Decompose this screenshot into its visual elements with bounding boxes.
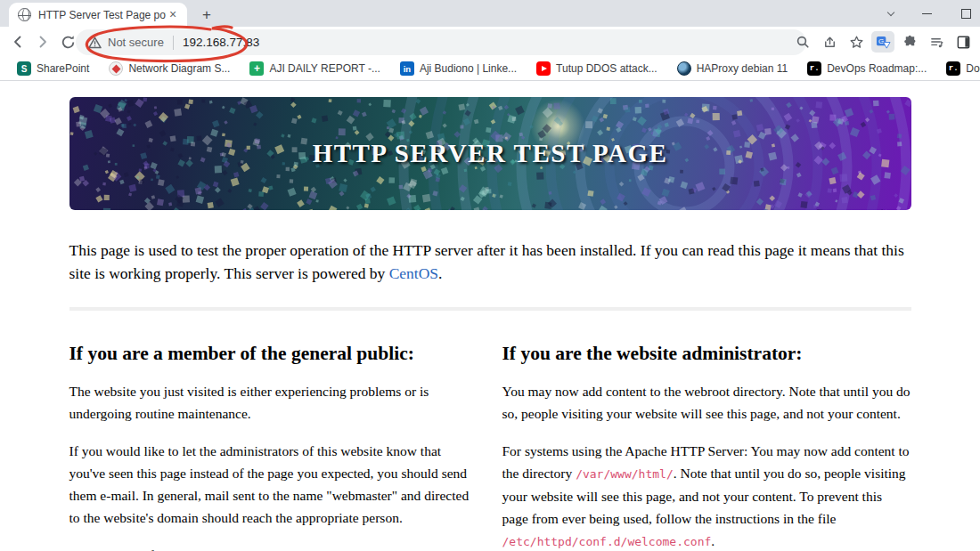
translate-icon[interactable]: G [871, 31, 894, 53]
text-run: The website you just visited is either e… [69, 384, 429, 421]
intro-paragraph: This page is used to test the proper ope… [69, 239, 911, 285]
share-icon[interactable] [818, 30, 841, 53]
bookmark-label: Network Diagram S... [128, 62, 230, 75]
bookmark-devops-roadmap[interactable]: r. DevOps Roadmap:... [801, 60, 933, 77]
youtube-icon [536, 61, 551, 76]
public-column: If you are a member of the general publi… [69, 323, 478, 551]
text-run: If you would like to let the administrat… [69, 443, 470, 525]
text-run: For example, if you experienced problems… [69, 547, 382, 551]
bookmark-label: SharePoint [37, 62, 89, 75]
linkedin-icon: in [400, 61, 414, 76]
public-heading: If you are a member of the general publi… [69, 343, 478, 365]
warning-icon [88, 36, 102, 49]
text-run: . [438, 264, 442, 282]
globe-icon [18, 8, 31, 21]
bookmark-aji-daily-report[interactable]: + AJI DAILY REPORT -... [243, 60, 386, 77]
haproxy-icon [677, 61, 691, 76]
banner-image: HTTP SERVER TEST PAGE [69, 97, 911, 210]
minimize-button[interactable] [909, 0, 944, 27]
bookmarks-bar: S SharePoint Network Diagram S... + AJI … [0, 57, 980, 81]
search-icon[interactable] [791, 30, 814, 53]
bookmark-haproxy[interactable]: HAProxy debian 11 [671, 60, 795, 77]
bookmark-docker-roadmap[interactable]: r. Docker Roadmap -... [940, 60, 980, 77]
bookmark-label: HAProxy debian 11 [697, 62, 788, 75]
forward-button[interactable] [30, 29, 55, 54]
back-button[interactable] [5, 29, 30, 54]
bookmark-label: AJI DAILY REPORT -... [269, 62, 380, 75]
tab-search-chevron-icon[interactable] [873, 0, 909, 27]
tab-title: HTTP Server Test Page powered [38, 9, 166, 21]
horizontal-rule [69, 307, 911, 311]
toolbar-right-icons: G [791, 27, 975, 57]
paragraph: If you would like to let the administrat… [69, 440, 478, 529]
bookmark-label: Aji Budiono | Linke... [420, 62, 517, 75]
bookmark-label: DevOps Roadmap:... [827, 62, 927, 75]
paragraph: The website you just visited is either e… [69, 380, 478, 425]
browser-tab[interactable]: HTTP Server Test Page powered × [9, 3, 187, 27]
security-chip[interactable]: Not secure [88, 36, 164, 49]
sharepoint-icon: S [17, 61, 31, 76]
url-text[interactable]: 192.168.77.83 [183, 36, 259, 49]
text-run: . [711, 533, 715, 548]
paragraph: For systems using the Apache HTTP Server… [502, 440, 911, 551]
svg-text:G: G [878, 37, 884, 45]
admin-heading: If you are the website administrator: [502, 343, 911, 365]
bookmark-label: Docker Roadmap -... [966, 62, 980, 75]
window-controls [873, 0, 980, 27]
tab-strip: HTTP Server Test Page powered × + [0, 0, 980, 27]
bookmark-youtube[interactable]: Tutup DDOS attack... [530, 60, 664, 77]
close-icon[interactable]: × [166, 8, 180, 22]
sheets-icon: + [249, 61, 264, 76]
extensions-puzzle-icon[interactable] [898, 30, 921, 53]
centos-link[interactable]: CentOS [389, 264, 438, 282]
new-tab-button[interactable]: + [196, 4, 217, 26]
bookmark-sharepoint[interactable]: S SharePoint [11, 60, 95, 77]
security-label: Not secure [108, 36, 164, 49]
text-run: /var/www/html/ [576, 467, 674, 481]
bookmark-network-diagram[interactable]: Network Diagram S... [102, 60, 236, 77]
diagram-icon [109, 61, 123, 76]
text-run: /etc/httpd/conf.d/welcome.conf [502, 535, 712, 548]
divider [173, 36, 174, 50]
media-controls-icon[interactable] [925, 30, 948, 53]
text-run: This page is used to test the proper ope… [69, 241, 904, 282]
address-bar[interactable]: Not secure 192.168.77.83 [76, 29, 806, 55]
roadmap-icon: r. [807, 61, 821, 76]
maximize-button[interactable] [944, 0, 980, 27]
browser-toolbar: Not secure 192.168.77.83 G [0, 27, 980, 57]
paragraph: You may now add content to the webroot d… [502, 380, 911, 425]
text-run: You may now add content to the webroot d… [502, 384, 911, 421]
side-panel-icon[interactable] [951, 30, 975, 53]
roadmap-icon: r. [946, 61, 960, 76]
bookmark-linkedin[interactable]: in Aji Budiono | Linke... [394, 60, 523, 77]
bookmark-star-icon[interactable] [845, 30, 868, 53]
bookmark-label: Tutup DDOS attack... [556, 62, 657, 75]
page-title: HTTP SERVER TEST PAGE [69, 97, 911, 210]
webpage-content: HTTP SERVER TEST PAGE This page is used … [0, 81, 980, 550]
paragraph: For example, if you experienced problems… [69, 544, 478, 551]
admin-column: If you are the website administrator: Yo… [502, 323, 911, 551]
